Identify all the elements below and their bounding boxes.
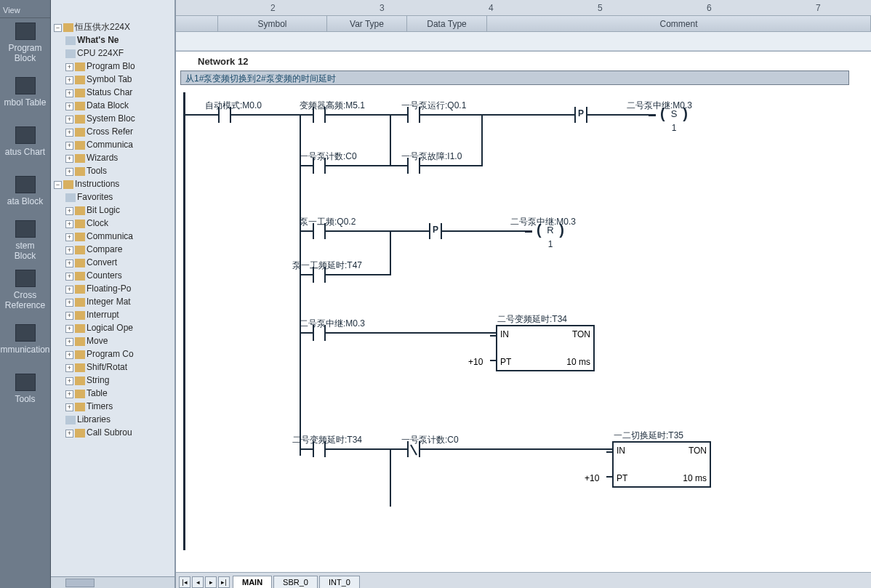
expand-icon[interactable]: + — [65, 142, 73, 150]
tab-nav-last[interactable]: ▸| — [218, 576, 230, 588]
network-comment[interactable]: 从1#泵变频切换到2#泵变频的时间延时 — [180, 71, 849, 85]
tree-hscrollbar[interactable] — [51, 576, 174, 588]
ladder-diagram[interactable]: 自动模式:M0.0 变频器高频:M5.1 一号泵运行:Q0.1 P 二号泵中继:… — [183, 92, 856, 550]
tree-cpu[interactable]: CPU 224XF — [65, 47, 174, 60]
contact-pulse[interactable]: P — [423, 223, 448, 239]
tree-node[interactable]: +Interrupt — [65, 308, 174, 321]
col-vartype[interactable]: Var Type — [327, 16, 407, 31]
coil-set[interactable]: (S) 1 — [656, 107, 692, 124]
tree-node[interactable]: +Counters — [65, 269, 174, 282]
expand-icon[interactable]: + — [65, 89, 73, 97]
expand-icon[interactable]: + — [65, 233, 73, 241]
contact-no[interactable] — [307, 267, 332, 283]
col-datatype[interactable]: Data Type — [407, 16, 487, 31]
tree-node[interactable]: Favorites — [65, 190, 174, 204]
contact-no[interactable] — [307, 325, 332, 341]
tree-node[interactable]: +Floating-Po — [65, 282, 174, 295]
contact-no[interactable] — [307, 223, 332, 239]
contact-no[interactable] — [307, 158, 332, 174]
expand-icon[interactable]: + — [65, 220, 73, 228]
expand-icon[interactable]: + — [65, 377, 73, 385]
expand-icon[interactable]: + — [65, 312, 73, 320]
tree-node[interactable]: +Move — [65, 334, 174, 347]
tab-int0[interactable]: INT_0 — [319, 576, 360, 588]
timer-box[interactable]: 二号变频延时:T34 IN TON PT 10 ms +10 — [496, 325, 595, 371]
tree-node[interactable]: +Bit Logic — [65, 204, 174, 217]
tree-node[interactable]: +Shift/Rotat — [65, 361, 174, 374]
expand-icon[interactable]: + — [65, 390, 73, 398]
tree-node[interactable]: +Convert — [65, 256, 174, 269]
tree-node[interactable]: Libraries — [65, 413, 174, 426]
tree-instructions[interactable]: −Instructions Favorites +Bit Logic +Cloc… — [54, 177, 174, 439]
tree-node[interactable]: +Integer Mat — [65, 295, 174, 308]
palette-status-chart[interactable]: atus Chart — [4, 118, 47, 165]
tab-nav-prev[interactable]: ◂ — [192, 576, 204, 588]
tree-node[interactable]: +Data Block — [65, 99, 174, 112]
tree-node[interactable]: +Clock — [65, 217, 174, 230]
tab-main[interactable]: MAIN — [233, 576, 272, 588]
expand-icon[interactable]: + — [65, 325, 73, 333]
palette-tools[interactable]: Tools — [4, 366, 47, 412]
coil-reset[interactable]: (R) 1 — [532, 223, 569, 241]
expand-icon[interactable]: + — [65, 299, 73, 307]
tab-nav-next[interactable]: ▸ — [205, 576, 217, 588]
contact-no[interactable] — [212, 107, 237, 123]
contact-pulse[interactable]: P — [569, 107, 593, 123]
tab-sbr0[interactable]: SBR_0 — [273, 576, 318, 588]
tree-node[interactable]: +Status Char — [65, 86, 174, 99]
tree-node[interactable]: +String — [65, 374, 174, 387]
contact-no[interactable] — [401, 107, 426, 123]
palette-symbol-table[interactable]: mbol Table — [4, 69, 47, 116]
expand-icon[interactable]: + — [65, 273, 73, 281]
collapse-icon[interactable]: − — [54, 181, 62, 189]
tree-node[interactable]: +Communica — [65, 230, 174, 243]
contact-no[interactable] — [307, 441, 332, 457]
tree-node[interactable]: +Call Subrou — [65, 426, 174, 439]
expand-icon[interactable]: + — [65, 102, 73, 110]
tree-node[interactable]: +Program Blo — [65, 60, 174, 73]
col-comment[interactable]: Comment — [487, 16, 871, 31]
timer-box[interactable]: 一二切换延时:T35 IN TON PT 10 ms +10 — [612, 441, 711, 488]
scroll-thumb[interactable] — [65, 579, 95, 587]
tree-node[interactable]: +Tools — [65, 164, 174, 177]
palette-comm[interactable]: mmunication — [4, 316, 47, 363]
tree-node[interactable]: +Symbol Tab — [65, 73, 174, 86]
tree-node[interactable]: +System Bloc — [65, 112, 174, 125]
network-area[interactable]: Network 12 从1#泵变频切换到2#泵变频的时间延时 自动模式:M0.0… — [176, 51, 871, 572]
tree-node[interactable]: +Program Co — [65, 347, 174, 361]
expand-icon[interactable]: + — [65, 76, 73, 84]
collapse-icon[interactable]: − — [54, 24, 62, 32]
project-tree[interactable]: −恒压供水224X What's Ne CPU 224XF +Program B… — [51, 20, 174, 588]
col-symbol[interactable]: Symbol — [218, 16, 327, 31]
tree-node[interactable]: +Wizards — [65, 151, 174, 164]
expand-icon[interactable]: + — [65, 338, 73, 346]
tree-node[interactable]: +Compare — [65, 243, 174, 256]
expand-icon[interactable]: + — [65, 286, 73, 294]
expand-icon[interactable]: + — [65, 116, 73, 124]
tab-nav-first[interactable]: |◂ — [179, 576, 190, 588]
contact-no[interactable] — [401, 158, 426, 174]
palette-data-block[interactable]: ata Block — [4, 168, 47, 214]
expand-icon[interactable]: + — [65, 155, 73, 163]
expand-icon[interactable]: + — [65, 168, 73, 176]
expand-icon[interactable]: + — [65, 430, 73, 438]
expand-icon[interactable]: + — [65, 129, 73, 137]
expand-icon[interactable]: + — [65, 259, 73, 267]
palette-system-block[interactable]: stem Block — [4, 217, 47, 264]
expand-icon[interactable]: + — [65, 364, 73, 372]
palette-program-block[interactable]: Program Block — [4, 20, 47, 66]
tree-node[interactable]: +Logical Ope — [65, 321, 174, 334]
contact-nc[interactable] — [401, 441, 426, 457]
palette-cross-ref[interactable]: Cross Reference — [4, 267, 47, 313]
var-table-row[interactable] — [176, 32, 871, 51]
expand-icon[interactable]: + — [65, 351, 73, 359]
tree-node[interactable]: +Cross Refer — [65, 125, 174, 138]
tree-node[interactable]: +Communica — [65, 138, 174, 151]
expand-icon[interactable]: + — [65, 207, 73, 215]
tree-node[interactable]: +Timers — [65, 400, 174, 413]
col-gutter[interactable] — [176, 16, 218, 31]
expand-icon[interactable]: + — [65, 246, 73, 254]
expand-icon[interactable]: + — [65, 63, 73, 71]
tree-root[interactable]: −恒压供水224X What's Ne CPU 224XF +Program B… — [54, 20, 174, 177]
tree-node[interactable]: +Table — [65, 387, 174, 400]
